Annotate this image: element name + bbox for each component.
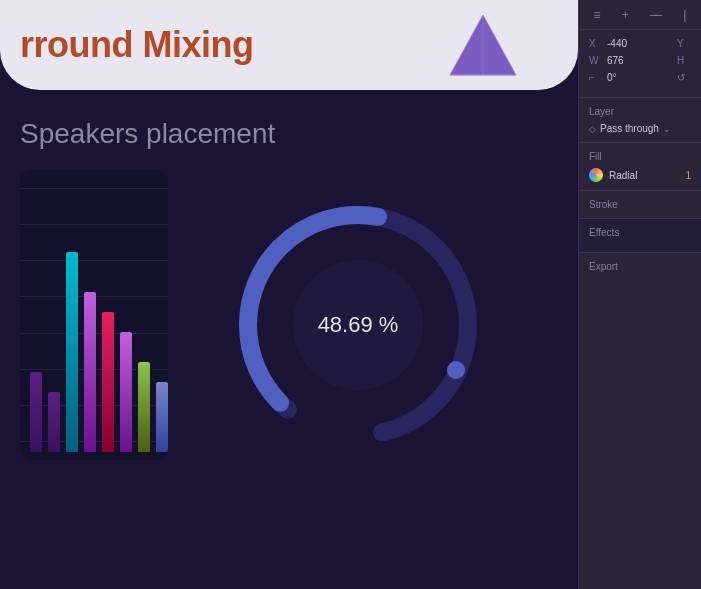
- speakers-placement-label: Speakers placement: [0, 90, 578, 170]
- stroke-title: Stroke: [589, 199, 691, 210]
- top-card: rround Mixing: [0, 0, 578, 90]
- effects-section: Effects: [579, 219, 701, 253]
- w-label: W: [589, 55, 603, 66]
- x-value[interactable]: -440: [607, 38, 673, 49]
- toolbar-minus-icon[interactable]: —: [650, 8, 662, 22]
- w-value[interactable]: 676: [607, 55, 673, 66]
- export-title: Export: [589, 261, 691, 272]
- fill-type-label[interactable]: Radial: [609, 170, 679, 181]
- gauge-center: 48.69 %: [293, 260, 423, 390]
- angle-row: ⌐ 0° ↺: [589, 72, 691, 83]
- layer-chevron-icon: ⌄: [663, 124, 671, 134]
- triangle-logo: [448, 10, 518, 84]
- bars-row: [30, 182, 158, 460]
- left-panel: rround Mixing Speakers placement: [0, 0, 578, 589]
- y-label: Y: [677, 38, 691, 49]
- fill-section: Fill Radial 1: [579, 143, 701, 191]
- fill-swatch[interactable]: [589, 168, 603, 182]
- layer-blend-label: Pass through: [600, 123, 659, 134]
- layer-section: Layer ◇ Pass through ⌄: [579, 98, 701, 143]
- right-toolbar: ≡ + — |: [579, 0, 701, 30]
- right-panel: ≡ + — | X -440 Y W 676 H ⌐ 0° ↺ Layer ◇ …: [578, 0, 701, 589]
- x-row: X -440 Y: [589, 38, 691, 49]
- toolbar-pipe-icon: |: [683, 8, 686, 22]
- gauge-percent-label: 48.69 %: [318, 312, 399, 338]
- toolbar-align-icon[interactable]: ≡: [594, 8, 601, 22]
- stroke-section: Stroke: [579, 191, 701, 219]
- export-section: Export: [579, 253, 701, 286]
- x-label: X: [589, 38, 603, 49]
- fill-row: Radial 1: [589, 168, 691, 182]
- bar-5: [102, 312, 114, 452]
- effects-title: Effects: [589, 227, 691, 238]
- h-label: H: [677, 55, 691, 66]
- radius-icon: ↺: [677, 72, 691, 83]
- bar-2: [48, 392, 60, 452]
- gauge-container: 48.69 %: [208, 180, 508, 470]
- bar-7: [138, 362, 150, 452]
- angle-value[interactable]: 0°: [607, 72, 673, 83]
- main-content: 48.69 %: [0, 170, 578, 470]
- layer-diamond-icon: ◇: [589, 124, 596, 134]
- toolbar-add-icon[interactable]: +: [622, 8, 629, 22]
- properties-section: X -440 Y W 676 H ⌐ 0° ↺: [579, 30, 701, 98]
- layer-blend-dropdown[interactable]: ◇ Pass through ⌄: [589, 123, 691, 134]
- angle-icon: ⌐: [589, 72, 603, 83]
- app-title: rround Mixing: [20, 24, 253, 66]
- bar-4: [84, 292, 96, 452]
- bar-chart: [20, 170, 168, 460]
- fill-opacity-value[interactable]: 1: [685, 170, 691, 181]
- w-row: W 676 H: [589, 55, 691, 66]
- fill-title: Fill: [589, 151, 691, 162]
- bar-6: [120, 332, 132, 452]
- bar-8: [156, 382, 168, 452]
- bar-3: [66, 252, 78, 452]
- svg-point-5: [447, 361, 465, 379]
- layer-title: Layer: [589, 106, 691, 117]
- bar-1: [30, 372, 42, 452]
